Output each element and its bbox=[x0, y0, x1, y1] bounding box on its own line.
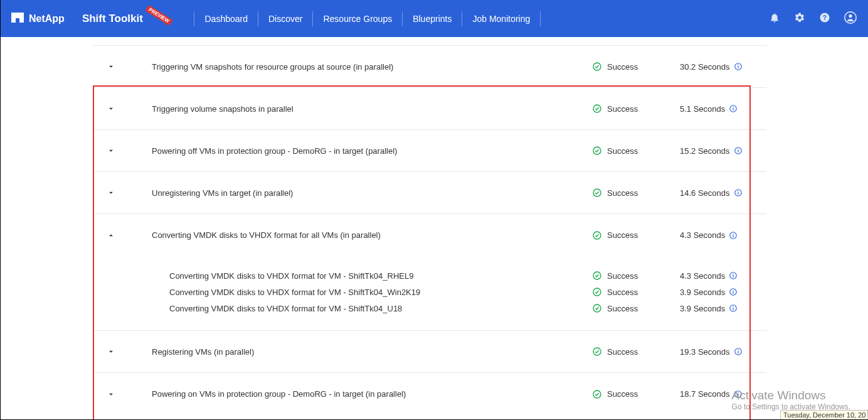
chevron-down-icon bbox=[107, 146, 115, 155]
info-icon[interactable] bbox=[734, 188, 743, 197]
job-row[interactable]: Unregistering VMs in target (in parallel… bbox=[93, 172, 766, 214]
nav-discover[interactable]: Discover bbox=[258, 9, 312, 29]
gear-icon[interactable] bbox=[794, 12, 805, 25]
expand-toggle[interactable] bbox=[103, 347, 119, 356]
brand-text: NetApp bbox=[29, 13, 65, 24]
job-status: Success bbox=[592, 347, 680, 357]
job-status: Success bbox=[592, 146, 680, 156]
svg-rect-6 bbox=[738, 66, 738, 68]
svg-rect-35 bbox=[733, 306, 734, 307]
job-duration: 4.3 Seconds bbox=[680, 230, 755, 240]
svg-rect-15 bbox=[738, 149, 738, 149]
job-duration: 5.1 Seconds bbox=[680, 104, 755, 114]
info-icon[interactable] bbox=[729, 231, 738, 240]
job-row[interactable]: Powering on VMs in protection group - De… bbox=[93, 373, 766, 415]
svg-point-24 bbox=[593, 272, 601, 279]
job-row-cutoff bbox=[93, 37, 766, 46]
job-status: Success bbox=[592, 287, 680, 297]
svg-point-12 bbox=[593, 147, 601, 154]
svg-point-3 bbox=[849, 14, 852, 18]
job-label: Converting VMDK disks to VHDX format for… bbox=[119, 230, 592, 240]
info-icon[interactable] bbox=[734, 146, 743, 155]
chevron-down-icon bbox=[107, 347, 115, 356]
main-nav: Dashboard Discover Resource Groups Bluep… bbox=[194, 0, 541, 37]
job-row[interactable]: Converting VMDK disks to VHDX format for… bbox=[93, 214, 766, 256]
svg-rect-34 bbox=[733, 308, 734, 310]
job-duration: 15.2 Seconds bbox=[680, 146, 755, 156]
taskbar-clock-tooltip: Tuesday, December 10, 20 bbox=[780, 410, 868, 420]
success-icon bbox=[592, 271, 602, 281]
chevron-down-icon bbox=[107, 390, 115, 399]
bell-icon[interactable] bbox=[769, 12, 780, 25]
job-label: Registering VMs (in parallel) bbox=[119, 347, 592, 357]
job-step-list: Triggering VM snapshots for resource gro… bbox=[93, 37, 766, 415]
svg-rect-30 bbox=[733, 291, 734, 294]
info-icon[interactable] bbox=[729, 288, 738, 296]
app-header: NetApp Shift Toolkit PREVIEW Dashboard D… bbox=[0, 0, 868, 37]
job-row[interactable]: Registering VMs (in parallel) Success 19… bbox=[93, 331, 766, 373]
expand-toggle[interactable] bbox=[103, 104, 119, 113]
user-icon[interactable] bbox=[844, 11, 857, 26]
info-icon[interactable] bbox=[729, 304, 738, 313]
job-status: Success bbox=[592, 230, 680, 240]
chevron-down-icon bbox=[107, 104, 115, 113]
job-status: Success bbox=[592, 62, 680, 72]
chevron-up-icon bbox=[107, 231, 115, 240]
nav-resource-groups[interactable]: Resource Groups bbox=[313, 9, 402, 29]
status-text: Success bbox=[607, 288, 638, 297]
job-duration: 3.9 Seconds bbox=[680, 304, 755, 313]
help-icon[interactable]: ? bbox=[819, 12, 830, 25]
job-subtask-row: Converting VMDK disks to VHDX format for… bbox=[93, 300, 766, 316]
info-icon[interactable] bbox=[734, 62, 743, 71]
duration-text: 14.6 Seconds bbox=[680, 188, 730, 198]
duration-text: 4.3 Seconds bbox=[680, 230, 725, 240]
info-icon[interactable] bbox=[729, 104, 738, 113]
svg-rect-22 bbox=[733, 234, 734, 237]
job-duration: 14.6 Seconds bbox=[680, 188, 755, 198]
nav-dashboard[interactable]: Dashboard bbox=[194, 9, 258, 29]
svg-rect-10 bbox=[733, 108, 734, 110]
success-icon bbox=[592, 347, 602, 357]
job-label: Triggering volume snapshots in parallel bbox=[119, 104, 592, 114]
status-text: Success bbox=[607, 188, 638, 198]
job-label: Powering on VMs in protection group - De… bbox=[119, 389, 592, 399]
svg-point-28 bbox=[593, 288, 601, 296]
status-text: Success bbox=[607, 389, 638, 399]
nav-job-monitoring[interactable]: Job Monitoring bbox=[462, 9, 540, 29]
svg-point-20 bbox=[593, 232, 601, 239]
job-duration: 4.3 Seconds bbox=[680, 271, 755, 281]
info-icon[interactable] bbox=[734, 390, 743, 399]
job-row[interactable]: Powering off VMs in protection group - D… bbox=[93, 130, 766, 172]
success-icon bbox=[592, 303, 602, 313]
duration-text: 30.2 Seconds bbox=[680, 62, 730, 72]
job-duration: 3.9 Seconds bbox=[680, 288, 755, 297]
job-status: Success bbox=[592, 389, 680, 399]
job-label: Triggering VM snapshots for resource gro… bbox=[119, 62, 592, 72]
duration-text: 4.3 Seconds bbox=[680, 271, 725, 281]
job-row[interactable]: Triggering volume snapshots in parallel … bbox=[93, 88, 766, 130]
job-row[interactable]: Triggering VM snapshots for resource gro… bbox=[93, 46, 766, 88]
status-text: Success bbox=[607, 230, 638, 240]
svg-point-4 bbox=[593, 63, 601, 70]
collapse-toggle[interactable] bbox=[103, 231, 119, 240]
status-text: Success bbox=[607, 271, 638, 281]
nav-separator bbox=[540, 11, 541, 26]
info-icon[interactable] bbox=[734, 347, 743, 356]
svg-rect-14 bbox=[738, 150, 738, 153]
expand-toggle[interactable] bbox=[103, 62, 119, 71]
success-icon bbox=[592, 62, 602, 72]
product-name: Shift Toolkit PREVIEW bbox=[82, 13, 174, 25]
info-icon[interactable] bbox=[729, 271, 738, 280]
svg-point-36 bbox=[593, 348, 601, 355]
status-text: Success bbox=[607, 104, 638, 114]
nav-blueprints[interactable]: Blueprints bbox=[403, 9, 462, 29]
svg-point-32 bbox=[593, 304, 601, 312]
job-label: Unregistering VMs in target (in parallel… bbox=[119, 188, 592, 198]
svg-point-16 bbox=[593, 189, 601, 197]
duration-text: 3.9 Seconds bbox=[680, 288, 725, 297]
expand-toggle[interactable] bbox=[103, 146, 119, 155]
duration-text: 19.3 Seconds bbox=[680, 347, 730, 357]
svg-point-8 bbox=[593, 105, 601, 112]
expand-toggle[interactable] bbox=[103, 188, 119, 197]
expand-toggle[interactable] bbox=[103, 390, 119, 399]
